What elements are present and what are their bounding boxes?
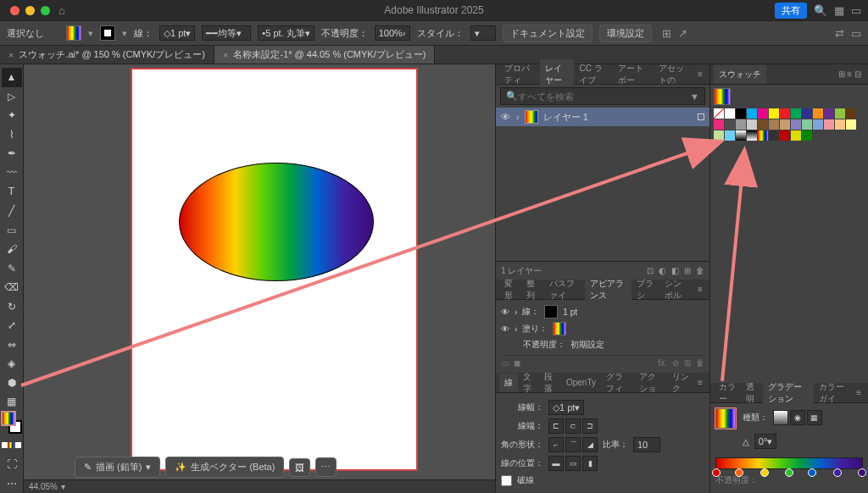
opacity-value[interactable]: 初期設定 bbox=[570, 339, 604, 351]
maximize-window[interactable] bbox=[41, 6, 50, 15]
swatch[interactable] bbox=[769, 108, 779, 119]
target-icon[interactable] bbox=[698, 114, 704, 120]
close-icon[interactable]: × bbox=[223, 50, 228, 60]
image-icon[interactable]: 🖼 bbox=[289, 458, 310, 477]
swatch[interactable] bbox=[846, 119, 856, 130]
align-outside[interactable]: ▮ bbox=[582, 456, 598, 471]
prefs-button[interactable]: 環境設定 bbox=[599, 25, 652, 42]
color-mode-solid[interactable] bbox=[2, 442, 8, 448]
transform-icon[interactable]: ↗ bbox=[678, 27, 687, 40]
eraser-tool[interactable]: ⌫ bbox=[2, 278, 22, 297]
free-transform-tool[interactable]: ◈ bbox=[2, 354, 22, 374]
active-swatch[interactable] bbox=[714, 88, 731, 105]
tab-assets[interactable]: アセットの bbox=[654, 59, 694, 90]
tab-opentype[interactable]: OpenTy bbox=[561, 374, 601, 391]
swatch[interactable] bbox=[824, 119, 834, 130]
swatch[interactable] bbox=[780, 130, 790, 141]
swatch[interactable] bbox=[813, 119, 823, 130]
lasso-tool[interactable]: ⌇ bbox=[2, 125, 22, 145]
panel-menu-icon[interactable]: ≡ bbox=[853, 388, 865, 397]
linear-icon[interactable] bbox=[773, 410, 788, 425]
selection-tool[interactable]: ▲ bbox=[2, 68, 22, 87]
tab-layers[interactable]: レイヤー bbox=[540, 59, 575, 90]
color-mode-gradient[interactable] bbox=[8, 442, 14, 448]
swatch[interactable] bbox=[835, 119, 845, 130]
panel-menu-icon[interactable]: ⊞ ≡ ⊟ bbox=[835, 69, 865, 79]
chevron-right-icon[interactable]: › bbox=[516, 112, 520, 122]
swatch[interactable] bbox=[747, 119, 757, 130]
close-icon[interactable]: × bbox=[8, 50, 14, 60]
swatch[interactable] bbox=[824, 108, 834, 119]
swatch[interactable] bbox=[791, 119, 801, 130]
style-select[interactable]: ▾ bbox=[470, 25, 496, 41]
tab-swatches[interactable]: スウォッチ bbox=[714, 65, 766, 84]
gradient-stop[interactable] bbox=[808, 468, 816, 477]
align-center[interactable]: ▬ bbox=[548, 456, 564, 471]
draw-mode-button[interactable]: ✎ 描画 (鉛筆) ▾ bbox=[75, 457, 160, 478]
rotate-tool[interactable]: ↻ bbox=[2, 296, 22, 316]
ellipse-shape[interactable] bbox=[179, 163, 374, 281]
stroke-value[interactable]: 1 pt bbox=[563, 307, 577, 317]
gradient-stop[interactable] bbox=[760, 468, 769, 477]
delete-icon[interactable]: 🗑 bbox=[696, 358, 704, 368]
swatch[interactable] bbox=[714, 130, 724, 141]
swatch[interactable] bbox=[780, 108, 790, 119]
swatch[interactable] bbox=[769, 130, 779, 141]
rect-tool[interactable]: ▭ bbox=[2, 220, 22, 240]
join-round[interactable]: ⌒ bbox=[565, 437, 581, 452]
tab-cclib[interactable]: CC ライブ bbox=[574, 59, 613, 90]
swatch[interactable] bbox=[813, 108, 823, 119]
align-inside[interactable]: ▭ bbox=[565, 456, 581, 471]
panel-menu-icon[interactable]: ≡ bbox=[694, 378, 706, 387]
tab-stroke[interactable]: 線 bbox=[499, 374, 518, 392]
gradient-stop[interactable] bbox=[858, 468, 866, 477]
color-picker[interactable] bbox=[2, 412, 22, 434]
tab-properties[interactable]: プロパティ bbox=[499, 59, 540, 90]
shaper-tool[interactable]: ✎ bbox=[2, 258, 22, 278]
home-icon[interactable]: ⌂ bbox=[58, 4, 65, 17]
add-fill-icon[interactable]: ◼ bbox=[514, 358, 520, 368]
minimize-window[interactable] bbox=[25, 6, 35, 15]
align-icon[interactable]: ⊞ bbox=[662, 27, 671, 40]
swatch[interactable] bbox=[802, 119, 812, 130]
type-tool[interactable]: T bbox=[2, 182, 22, 202]
swatch[interactable] bbox=[802, 130, 812, 141]
brush-select[interactable]: • 5 pt. 丸筆 ▾ bbox=[258, 25, 314, 41]
swatch-gradient[interactable] bbox=[747, 130, 757, 141]
line-tool[interactable]: ╱ bbox=[2, 202, 22, 221]
join-miter[interactable]: ⌐ bbox=[548, 437, 564, 452]
gradient-tool[interactable]: ▦ bbox=[2, 392, 22, 412]
swatch[interactable] bbox=[714, 119, 724, 130]
swatch[interactable] bbox=[780, 119, 790, 130]
cap-round[interactable]: ⊂ bbox=[565, 418, 581, 434]
shape-builder-tool[interactable]: ⬢ bbox=[2, 374, 22, 393]
swatch[interactable] bbox=[736, 108, 746, 119]
freeform-icon[interactable]: ▦ bbox=[807, 410, 822, 425]
stroke-swatch[interactable] bbox=[544, 305, 558, 319]
artboard[interactable] bbox=[132, 69, 416, 469]
swatch[interactable] bbox=[769, 119, 779, 130]
swatch-gradient[interactable] bbox=[758, 130, 768, 141]
workspace-icon[interactable]: ▭ bbox=[851, 4, 861, 17]
swatch[interactable] bbox=[758, 119, 768, 130]
swatch-none[interactable] bbox=[714, 108, 724, 119]
gradient-stop[interactable] bbox=[712, 468, 721, 477]
clear-icon[interactable]: ⊘ bbox=[672, 358, 679, 368]
fill-swatch[interactable] bbox=[66, 25, 81, 41]
fill-color[interactable] bbox=[2, 412, 15, 425]
gen-vector-button[interactable]: ✨ 生成ベクター (Beta) bbox=[165, 457, 284, 478]
delete-icon[interactable]: 🗑 bbox=[696, 266, 704, 275]
weight-input[interactable]: ◇ 1 pt ▾ bbox=[548, 400, 584, 415]
swatch[interactable] bbox=[725, 130, 735, 141]
doc-setup-button[interactable]: ドキュメント設定 bbox=[503, 25, 593, 42]
swatch[interactable] bbox=[736, 119, 746, 130]
dup-icon[interactable]: ⊞ bbox=[684, 358, 691, 368]
swatch[interactable] bbox=[758, 108, 768, 119]
eye-icon[interactable]: 👁 bbox=[501, 307, 509, 317]
layer-name[interactable]: レイヤー 1 bbox=[543, 111, 588, 124]
gradient-preview[interactable] bbox=[715, 408, 736, 429]
swatch[interactable] bbox=[747, 108, 757, 119]
stroke-profile[interactable]: ━━ 均等 ▾ bbox=[202, 25, 251, 41]
collapse-icon[interactable]: ▭ bbox=[851, 27, 861, 40]
swatch[interactable] bbox=[846, 108, 856, 119]
